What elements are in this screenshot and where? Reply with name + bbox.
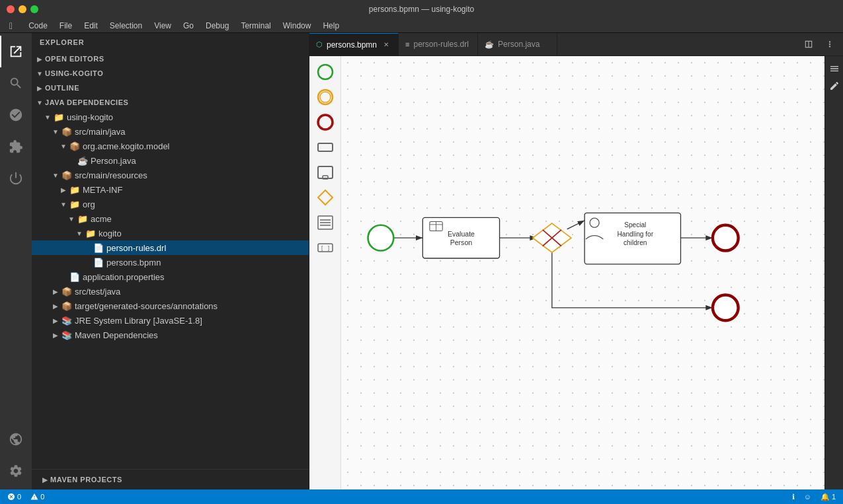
bpmn-file-icon: ⬡ bbox=[316, 40, 323, 49]
properties-panel-icon[interactable] bbox=[827, 61, 842, 76]
editor-canvas: [ ] bbox=[309, 56, 843, 489]
tree-arrow-icon bbox=[82, 242, 93, 253]
tree-item-src-main-java[interactable]: ▼📦src/main/java bbox=[32, 124, 309, 139]
activity-remote[interactable] bbox=[0, 423, 32, 455]
menu-file[interactable]: File bbox=[54, 20, 77, 32]
tree-file-icon: 📁 bbox=[77, 213, 89, 224]
tree-item-kogito[interactable]: ▼📁kogito bbox=[32, 226, 309, 240]
tree-file-icon: 📁 bbox=[85, 228, 97, 238]
close-button[interactable] bbox=[7, 5, 15, 13]
sidebar-content: ▶ Open Editors ▼ Using-Kogito ▶ Outline … bbox=[32, 52, 309, 469]
tree-item-application-properties[interactable]: 📄application.properties bbox=[32, 270, 309, 284]
sidebar-section-using-kogito[interactable]: ▼ Using-Kogito bbox=[32, 66, 309, 81]
menu-terminal[interactable]: Terminal bbox=[235, 20, 276, 32]
minimize-button[interactable] bbox=[19, 5, 26, 13]
tree-arrow-icon: ▼ bbox=[42, 112, 53, 122]
split-editor-button[interactable] bbox=[799, 35, 818, 54]
tree-item-label: acme bbox=[91, 214, 112, 224]
bpmn-tool-gateway[interactable] bbox=[313, 186, 337, 209]
sidebar-bottom: ▶ Maven Projects bbox=[32, 469, 309, 489]
bpmn-tool-start-event[interactable] bbox=[313, 60, 337, 84]
tab-persons-bpmn[interactable]: ⬡ persons.bpmn ✕ bbox=[309, 33, 399, 56]
status-errors[interactable]: 0 bbox=[5, 493, 23, 501]
sidebar-section-java-deps[interactable]: ▼ Java Dependencies bbox=[32, 95, 309, 110]
activity-search[interactable] bbox=[0, 67, 32, 99]
tree-item-org-acme-kogito[interactable]: ▼📦org.acme.kogito.model bbox=[32, 139, 309, 153]
tree-item-maven-deps[interactable]: ▶📚Maven Dependencies bbox=[32, 328, 309, 342]
tree-item-acme[interactable]: ▼📁acme bbox=[32, 211, 309, 226]
tab-person-java[interactable]: ☕ Person.java bbox=[478, 33, 557, 56]
menu-debug[interactable]: Debug bbox=[200, 20, 234, 32]
menu-edit[interactable]: Edit bbox=[79, 20, 103, 32]
bpmn-diagram-svg: Evaluate Person Special Handling for chi… bbox=[341, 56, 824, 489]
menu-help[interactable]: Help bbox=[317, 20, 344, 32]
tree-item-src-test-java[interactable]: ▶📦src/test/java bbox=[32, 284, 309, 299]
maven-projects-section[interactable]: ▶ Maven Projects bbox=[32, 472, 309, 487]
svg-line-17 bbox=[567, 221, 584, 229]
more-actions-button[interactable] bbox=[821, 35, 839, 54]
bpmn-tool-data-object[interactable] bbox=[313, 211, 337, 234]
sidebar-section-outline[interactable]: ▶ Outline bbox=[32, 81, 309, 95]
activity-test[interactable] bbox=[0, 162, 32, 194]
bpmn-tool-intermediate-event[interactable] bbox=[313, 85, 337, 109]
tree-item-org[interactable]: ▼📁org bbox=[32, 197, 309, 211]
svg-point-2 bbox=[320, 92, 331, 102]
bpmn-tool-task[interactable] bbox=[313, 135, 337, 159]
svg-rect-5 bbox=[318, 166, 333, 178]
menu-view[interactable]: View bbox=[149, 20, 177, 32]
edit-panel-icon[interactable] bbox=[827, 79, 842, 93]
tab-close-button[interactable]: ✕ bbox=[381, 40, 391, 50]
sidebar: Explorer ▶ Open Editors ▼ Using-Kogito ▶… bbox=[32, 33, 309, 489]
apple-menu[interactable]:  bbox=[4, 19, 18, 32]
tree-arrow-icon bbox=[66, 155, 77, 166]
tree-item-persons-bpmn[interactable]: 📄persons.bpmn bbox=[32, 255, 309, 270]
svg-point-19 bbox=[368, 225, 394, 251]
tree-item-label: Person.java bbox=[91, 156, 136, 166]
status-smiley[interactable]: ☺ bbox=[802, 493, 813, 501]
activity-extensions[interactable] bbox=[0, 131, 32, 162]
activity-explorer[interactable] bbox=[0, 36, 32, 67]
tree-item-person-java[interactable]: ☕Person.java bbox=[32, 153, 309, 168]
tree-item-meta-inf[interactable]: ▶📁META-INF bbox=[32, 182, 309, 197]
menu-selection[interactable]: Selection bbox=[104, 20, 147, 32]
sidebar-section-open-editors[interactable]: ▶ Open Editors bbox=[32, 52, 309, 66]
arrow-icon: ▶ bbox=[40, 474, 50, 485]
tab-person-rules-drl[interactable]: ≡ person-rules.drl bbox=[399, 33, 478, 56]
menu-code[interactable]: Code bbox=[23, 20, 53, 32]
svg-marker-7 bbox=[318, 190, 333, 205]
outline-label: Outline bbox=[45, 84, 79, 92]
status-info[interactable]: ℹ bbox=[790, 493, 797, 501]
tab-label-persons-bpmn: persons.bpmn bbox=[327, 40, 377, 50]
status-warnings[interactable]: 0 bbox=[28, 493, 46, 501]
tree-item-src-main-resources[interactable]: ▼📦src/main/resources bbox=[32, 168, 309, 182]
tree-item-person-rules-drl[interactable]: 📄person-rules.drl bbox=[32, 240, 309, 255]
tree-arrow-icon: ▼ bbox=[50, 170, 61, 180]
tree-item-using-kogito-root[interactable]: ▼📁using-kogito bbox=[32, 110, 309, 124]
arrow-icon: ▶ bbox=[34, 83, 45, 93]
svg-text:Handling for: Handling for bbox=[618, 231, 654, 238]
side-panel bbox=[824, 56, 843, 489]
tree-item-target[interactable]: ▶📦target/generated-sources/annotations bbox=[32, 299, 309, 313]
bpmn-canvas[interactable]: Evaluate Person Special Handling for chi… bbox=[341, 56, 824, 489]
bpmn-tool-end-event[interactable] bbox=[313, 110, 337, 134]
window-controls[interactable] bbox=[7, 5, 38, 13]
menu-window[interactable]: Window bbox=[278, 20, 317, 32]
tree-item-label: person-rules.drl bbox=[106, 243, 166, 253]
tree-arrow-icon bbox=[82, 257, 93, 268]
tree-arrow-icon: ▶ bbox=[50, 315, 61, 326]
activity-settings[interactable] bbox=[0, 455, 32, 487]
menu-go[interactable]: Go bbox=[178, 20, 199, 32]
bpmn-tool-subprocess[interactable] bbox=[313, 161, 337, 184]
activity-source-control[interactable] bbox=[0, 99, 32, 131]
tree-file-icon: 📦 bbox=[61, 286, 73, 297]
tab-actions bbox=[795, 35, 843, 54]
arrow-icon: ▼ bbox=[34, 97, 45, 108]
tree-item-label: src/main/resources bbox=[75, 170, 147, 180]
status-notifications[interactable]: 🔔 1 bbox=[819, 493, 838, 501]
tree-item-jre-system[interactable]: ▶📚JRE System Library [JavaSE-1.8] bbox=[32, 313, 309, 328]
status-right: ℹ ☺ 🔔 1 bbox=[790, 493, 838, 501]
maximize-button[interactable] bbox=[30, 5, 38, 13]
warning-count: 0 bbox=[40, 493, 44, 501]
bpmn-tool-custom[interactable]: [ ] bbox=[313, 236, 337, 260]
notification-count: 1 bbox=[832, 493, 836, 501]
